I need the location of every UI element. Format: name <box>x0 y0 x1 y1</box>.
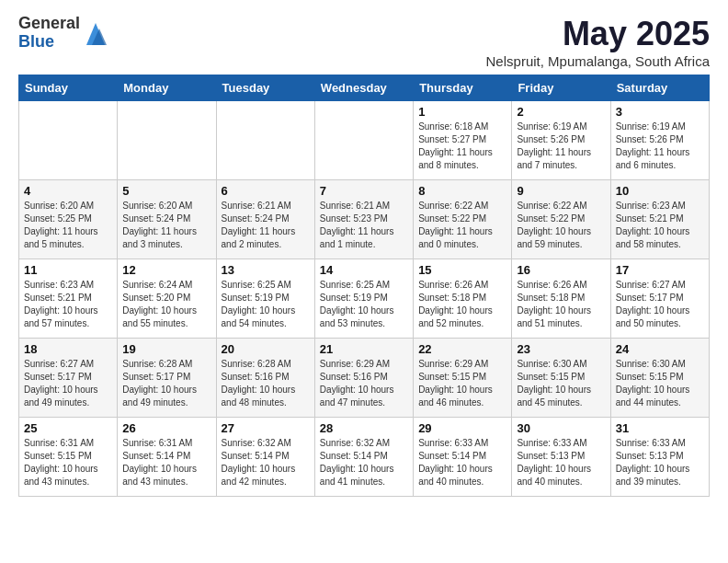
day-info: Sunrise: 6:33 AM Sunset: 5:14 PM Dayligh… <box>418 437 506 488</box>
day-info: Sunrise: 6:18 AM Sunset: 5:27 PM Dayligh… <box>418 121 506 172</box>
day-number: 17 <box>616 263 704 277</box>
calendar-cell: 17Sunrise: 6:27 AM Sunset: 5:17 PM Dayli… <box>610 259 709 339</box>
calendar-cell: 1Sunrise: 6:18 AM Sunset: 5:27 PM Daylig… <box>414 101 512 180</box>
day-info: Sunrise: 6:28 AM Sunset: 5:16 PM Dayligh… <box>222 358 310 409</box>
calendar-cell: 2Sunrise: 6:19 AM Sunset: 5:26 PM Daylig… <box>512 101 610 180</box>
day-info: Sunrise: 6:26 AM Sunset: 5:18 PM Dayligh… <box>418 279 506 330</box>
day-number: 28 <box>320 421 408 435</box>
day-info: Sunrise: 6:26 AM Sunset: 5:18 PM Dayligh… <box>517 279 605 330</box>
weekday-header-monday: Monday <box>118 75 216 101</box>
day-number: 8 <box>418 184 506 198</box>
calendar-cell: 30Sunrise: 6:33 AM Sunset: 5:13 PM Dayli… <box>512 418 610 497</box>
logo-general-text: General <box>18 15 80 33</box>
weekday-header-saturday: Saturday <box>610 75 709 101</box>
day-info: Sunrise: 6:22 AM Sunset: 5:22 PM Dayligh… <box>517 200 605 251</box>
day-number: 13 <box>222 263 310 277</box>
calendar-cell: 19Sunrise: 6:28 AM Sunset: 5:17 PM Dayli… <box>118 339 216 418</box>
month-title: May 2025 <box>486 15 710 53</box>
calendar-cell: 31Sunrise: 6:33 AM Sunset: 5:13 PM Dayli… <box>610 418 709 497</box>
day-info: Sunrise: 6:31 AM Sunset: 5:14 PM Dayligh… <box>122 437 210 488</box>
calendar-table: SundayMondayTuesdayWednesdayThursdayFrid… <box>18 75 710 497</box>
day-info: Sunrise: 6:30 AM Sunset: 5:15 PM Dayligh… <box>616 358 704 409</box>
calendar-cell: 15Sunrise: 6:26 AM Sunset: 5:18 PM Dayli… <box>414 259 512 339</box>
day-info: Sunrise: 6:33 AM Sunset: 5:13 PM Dayligh… <box>517 437 605 488</box>
logo: General Blue <box>18 15 108 52</box>
calendar-cell <box>118 101 216 180</box>
day-info: Sunrise: 6:19 AM Sunset: 5:26 PM Dayligh… <box>616 121 704 172</box>
day-info: Sunrise: 6:25 AM Sunset: 5:19 PM Dayligh… <box>320 279 408 330</box>
day-info: Sunrise: 6:22 AM Sunset: 5:22 PM Dayligh… <box>418 200 506 251</box>
day-number: 20 <box>222 342 310 356</box>
day-info: Sunrise: 6:20 AM Sunset: 5:24 PM Dayligh… <box>122 200 210 251</box>
day-number: 21 <box>320 342 408 356</box>
day-info: Sunrise: 6:29 AM Sunset: 5:16 PM Dayligh… <box>320 358 408 409</box>
calendar-cell: 7Sunrise: 6:21 AM Sunset: 5:23 PM Daylig… <box>314 180 413 259</box>
calendar-cell: 18Sunrise: 6:27 AM Sunset: 5:17 PM Dayli… <box>19 339 118 418</box>
day-number: 7 <box>320 184 408 198</box>
calendar-cell: 20Sunrise: 6:28 AM Sunset: 5:16 PM Dayli… <box>216 339 314 418</box>
calendar-cell: 8Sunrise: 6:22 AM Sunset: 5:22 PM Daylig… <box>414 180 512 259</box>
day-number: 5 <box>122 184 210 198</box>
location-subtitle: Nelspruit, Mpumalanga, South Africa <box>486 53 710 69</box>
calendar-cell: 24Sunrise: 6:30 AM Sunset: 5:15 PM Dayli… <box>610 339 709 418</box>
title-block: May 2025 Nelspruit, Mpumalanga, South Af… <box>486 15 710 69</box>
day-number: 2 <box>517 105 605 119</box>
day-number: 22 <box>418 342 506 356</box>
weekday-header-sunday: Sunday <box>19 75 118 101</box>
calendar-cell: 28Sunrise: 6:32 AM Sunset: 5:14 PM Dayli… <box>314 418 413 497</box>
day-number: 16 <box>517 263 605 277</box>
day-number: 25 <box>24 421 112 435</box>
day-info: Sunrise: 6:19 AM Sunset: 5:26 PM Dayligh… <box>517 121 605 172</box>
day-number: 9 <box>517 184 605 198</box>
day-number: 4 <box>24 184 112 198</box>
day-info: Sunrise: 6:31 AM Sunset: 5:15 PM Dayligh… <box>24 437 112 488</box>
day-number: 1 <box>418 105 506 119</box>
day-number: 15 <box>418 263 506 277</box>
day-number: 29 <box>418 421 506 435</box>
calendar-cell: 29Sunrise: 6:33 AM Sunset: 5:14 PM Dayli… <box>414 418 512 497</box>
day-info: Sunrise: 6:24 AM Sunset: 5:20 PM Dayligh… <box>122 279 210 330</box>
day-info: Sunrise: 6:29 AM Sunset: 5:15 PM Dayligh… <box>418 358 506 409</box>
calendar-cell: 9Sunrise: 6:22 AM Sunset: 5:22 PM Daylig… <box>512 180 610 259</box>
calendar-cell: 6Sunrise: 6:21 AM Sunset: 5:24 PM Daylig… <box>216 180 314 259</box>
day-number: 6 <box>222 184 310 198</box>
day-number: 19 <box>122 342 210 356</box>
calendar-cell: 25Sunrise: 6:31 AM Sunset: 5:15 PM Dayli… <box>19 418 118 497</box>
calendar-cell: 14Sunrise: 6:25 AM Sunset: 5:19 PM Dayli… <box>314 259 413 339</box>
calendar-cell: 22Sunrise: 6:29 AM Sunset: 5:15 PM Dayli… <box>414 339 512 418</box>
day-number: 14 <box>320 263 408 277</box>
logo-blue-text: Blue <box>18 33 80 52</box>
weekday-header-thursday: Thursday <box>414 75 512 101</box>
day-number: 18 <box>24 342 112 356</box>
calendar-cell: 5Sunrise: 6:20 AM Sunset: 5:24 PM Daylig… <box>118 180 216 259</box>
day-info: Sunrise: 6:27 AM Sunset: 5:17 PM Dayligh… <box>616 279 704 330</box>
calendar-cell: 13Sunrise: 6:25 AM Sunset: 5:19 PM Dayli… <box>216 259 314 339</box>
day-info: Sunrise: 6:20 AM Sunset: 5:25 PM Dayligh… <box>24 200 112 251</box>
day-info: Sunrise: 6:21 AM Sunset: 5:23 PM Dayligh… <box>320 200 408 251</box>
calendar-cell: 26Sunrise: 6:31 AM Sunset: 5:14 PM Dayli… <box>118 418 216 497</box>
day-info: Sunrise: 6:30 AM Sunset: 5:15 PM Dayligh… <box>517 358 605 409</box>
day-info: Sunrise: 6:32 AM Sunset: 5:14 PM Dayligh… <box>320 437 408 488</box>
day-info: Sunrise: 6:23 AM Sunset: 5:21 PM Dayligh… <box>616 200 704 251</box>
calendar-cell: 21Sunrise: 6:29 AM Sunset: 5:16 PM Dayli… <box>314 339 413 418</box>
calendar-cell: 11Sunrise: 6:23 AM Sunset: 5:21 PM Dayli… <box>19 259 118 339</box>
logo-icon <box>83 19 108 49</box>
day-number: 26 <box>122 421 210 435</box>
calendar-cell <box>216 101 314 180</box>
day-number: 3 <box>616 105 704 119</box>
day-info: Sunrise: 6:21 AM Sunset: 5:24 PM Dayligh… <box>222 200 310 251</box>
day-number: 11 <box>24 263 112 277</box>
day-info: Sunrise: 6:32 AM Sunset: 5:14 PM Dayligh… <box>222 437 310 488</box>
day-number: 30 <box>517 421 605 435</box>
day-number: 10 <box>616 184 704 198</box>
calendar-cell <box>314 101 413 180</box>
weekday-header-wednesday: Wednesday <box>314 75 413 101</box>
day-number: 12 <box>122 263 210 277</box>
day-info: Sunrise: 6:28 AM Sunset: 5:17 PM Dayligh… <box>122 358 210 409</box>
day-number: 31 <box>616 421 704 435</box>
calendar-cell: 16Sunrise: 6:26 AM Sunset: 5:18 PM Dayli… <box>512 259 610 339</box>
weekday-header-friday: Friday <box>512 75 610 101</box>
day-info: Sunrise: 6:33 AM Sunset: 5:13 PM Dayligh… <box>616 437 704 488</box>
day-info: Sunrise: 6:27 AM Sunset: 5:17 PM Dayligh… <box>24 358 112 409</box>
day-number: 24 <box>616 342 704 356</box>
